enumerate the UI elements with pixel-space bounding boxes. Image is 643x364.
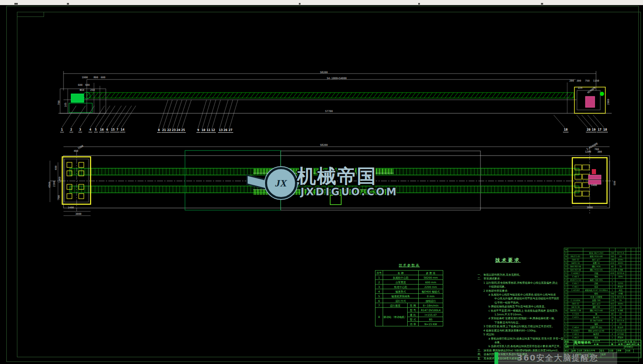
- parameter-cell: 轨道中心距: [383, 285, 419, 289]
- tech-requirement-line: 余量。: [477, 340, 567, 344]
- bom-cell: [636, 316, 641, 319]
- bom-cell: 螺钉 M8: [583, 306, 610, 309]
- bom-cell: 链轮: [583, 292, 610, 296]
- parameter-cell: 台车宽度: [383, 280, 419, 285]
- bom-cell: 11: [564, 306, 568, 309]
- bom-cell: [636, 299, 641, 302]
- parameter-cell: 板E400 板链式: [419, 289, 443, 294]
- bom-cell: [626, 326, 631, 329]
- bom-cell: 16: [564, 289, 568, 292]
- bom-cell: 35: [615, 306, 626, 309]
- bom-cell: 座 GB/T5058: [583, 319, 610, 323]
- tech-requirement-line: 卡链跳链现象。: [477, 285, 567, 288]
- bom-cell: 21: [564, 272, 568, 275]
- parameter-table-row: 4输送形式板E400 板链式: [375, 289, 443, 294]
- bom-cell: 2: [610, 326, 615, 329]
- balloon-number: 2: [69, 128, 73, 132]
- tech-requirement-line: d 安装链条时 张紧装置行程预留一半,两条链条松紧一致,: [477, 316, 567, 320]
- bom-cell: [626, 319, 631, 323]
- bom-cell: 18: [564, 282, 568, 285]
- parameter-table-row: 6运行方式连续运行: [375, 298, 443, 303]
- bom-row: 14轨道 [10槽钢226Q235-A: [564, 296, 641, 299]
- bom-cell: C-40.4: [568, 326, 583, 329]
- bom-cell: C-40.3: [568, 333, 583, 336]
- bom-cell: [626, 336, 631, 339]
- bom-cell: 尾轮 φ456×φ140: [583, 329, 610, 333]
- bom-cell: C-40-3: [568, 275, 583, 279]
- bom-cell: 65Mn: [615, 302, 626, 306]
- technical-requirements-title: 技术要求: [495, 257, 567, 263]
- bom-cell: 240: [610, 292, 615, 296]
- title-block-label: 描图: [564, 345, 574, 349]
- bom-cell: 22: [564, 268, 568, 272]
- tech-requirement-line: 位于同一铅垂平面内。: [477, 301, 567, 304]
- bom-cell: 1: [610, 282, 615, 285]
- tech-requirement-line: a 整机连续空载运转2h,链条运转及下链情况 应无卡滞 并有一定: [477, 337, 567, 340]
- parameter-cell: i=155.07: [419, 312, 443, 317]
- bom-row: 11GB70-36螺钉 M843235: [564, 306, 641, 309]
- browser-notification-overlay[interactable]: 360安全大脑提醒您: [494, 352, 617, 364]
- bom-cell: [626, 255, 631, 258]
- dim-label: 165: [64, 103, 67, 107]
- parameter-table-header-row: 序号名 称参 数 值: [375, 271, 443, 275]
- bom-cell: [626, 289, 631, 292]
- parameter-table-row: 8驱动站〈传动电机〉型 号R147 DV180L4: [375, 308, 443, 312]
- bom-cell: C-43.5: [568, 316, 583, 319]
- bom-cell: [626, 262, 631, 265]
- bom-cell: 垫片 φ13: [583, 302, 610, 306]
- bom-cell: [631, 265, 636, 268]
- bom-cell: 垫片 φ17: [583, 258, 610, 262]
- title-block-label: 阶段标记: [624, 345, 641, 349]
- dim-label: 700: [58, 195, 60, 200]
- bom-cell: 410: [610, 262, 615, 265]
- bom-cell: [626, 265, 631, 268]
- parameter-table-row: 1头尾轮中心距58200 mm: [375, 275, 443, 280]
- bom-cell: [626, 285, 631, 289]
- cad-drawing-canvas[interactable]: JX 机械帝国 JXDIGUO.COM 技术要求 一、 制造以部件图为准,其余见…: [0, 0, 643, 364]
- dim-label: 1200: [585, 151, 591, 153]
- title-block-label: 比例: [626, 349, 634, 353]
- bom-cell: 45: [615, 312, 626, 316]
- parameter-table-row: 5输送机安装倾角0 mm: [375, 294, 443, 298]
- tech-requirement-line: b 负载试车投入后,各机构运转状态应符合设计要求,噪声正常。: [477, 344, 567, 348]
- bom-row: 7座 GB/T50588Q275-A: [564, 319, 641, 323]
- bom-cell: 8.8级: [615, 309, 626, 312]
- bom-cell: 2: [564, 336, 568, 339]
- bom-cell: GB5782-48: [568, 268, 583, 272]
- bom-cell: [626, 306, 631, 309]
- dim-label: 600: [78, 84, 83, 86]
- tech-requirement-line: 二、 安装调试要求:: [477, 276, 567, 280]
- dim-label: 750: [585, 79, 590, 82]
- bom-cell: 端板: [583, 323, 610, 326]
- bom-cell: 45钢: [615, 292, 626, 296]
- balloon-number: 5: [94, 128, 98, 132]
- title-block-blank: [574, 345, 624, 349]
- bom-cell: 轨道 [10槽钢: [583, 296, 610, 299]
- balloon-number: 9: [196, 129, 200, 133]
- bom-cell: 6: [564, 323, 568, 326]
- tech-requirement-line: 3 空载试车前,检查上下链条运行情况,空载运转正常后试车。: [477, 324, 567, 328]
- bom-cell: [636, 333, 641, 336]
- bom-cell: ZG310-570: [615, 329, 626, 333]
- bom-cell: [636, 319, 641, 323]
- balloon-number: 3: [78, 128, 82, 132]
- bom-cell: 4: [564, 329, 568, 333]
- balloon-number: 25: [180, 129, 186, 133]
- bom-cell: [631, 248, 636, 252]
- bom-row: 13C-151034支腿-70011635: [564, 299, 641, 302]
- bom-cell: 40: [610, 265, 615, 268]
- balloon-number: 12: [210, 129, 216, 133]
- tech-requirement-line: 一、 制造以部件图为准,其余见图纸。: [477, 273, 567, 276]
- parameter-cell: 58200 mm: [419, 275, 443, 280]
- bom-cell: GB5782-56: [568, 265, 583, 268]
- bom-cell: 226: [610, 296, 615, 299]
- bom-cell: [626, 309, 631, 312]
- bom-cell: [631, 333, 636, 336]
- balloon-number: 16: [99, 128, 105, 132]
- parameter-cell: N=15 KW: [419, 322, 443, 326]
- bom-cell: 240: [610, 252, 615, 255]
- bom-cell: [631, 316, 636, 319]
- bom-cell: 452: [610, 302, 615, 306]
- bom-cell: [631, 275, 636, 279]
- watermark-gear-logo-icon: JX: [265, 167, 297, 199]
